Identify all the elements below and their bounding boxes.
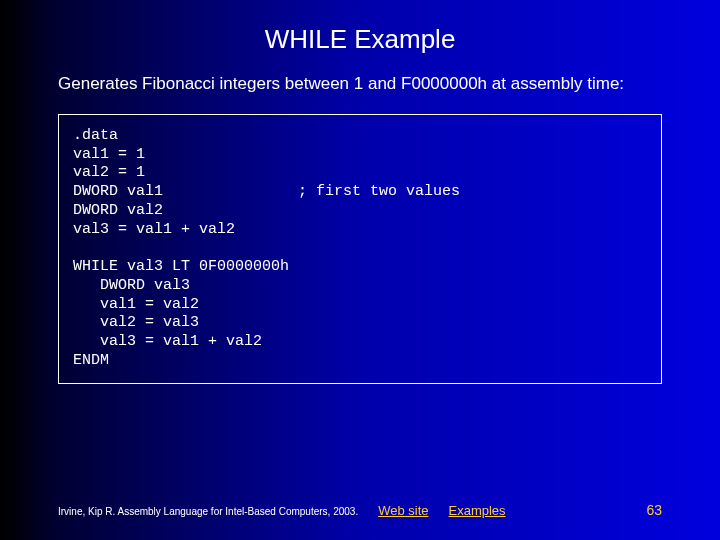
body-paragraph: Generates Fibonacci integers between 1 a…	[0, 73, 720, 96]
page-number: 63	[646, 502, 662, 518]
footer-credit: Irvine, Kip R. Assembly Language for Int…	[58, 506, 358, 517]
slide-footer: Irvine, Kip R. Assembly Language for Int…	[0, 502, 720, 518]
website-link[interactable]: Web site	[378, 503, 428, 518]
slide-title: WHILE Example	[0, 0, 720, 73]
examples-link[interactable]: Examples	[449, 503, 506, 518]
code-example-box: .data val1 = 1 val2 = 1 DWORD val1 ; fir…	[58, 114, 662, 384]
